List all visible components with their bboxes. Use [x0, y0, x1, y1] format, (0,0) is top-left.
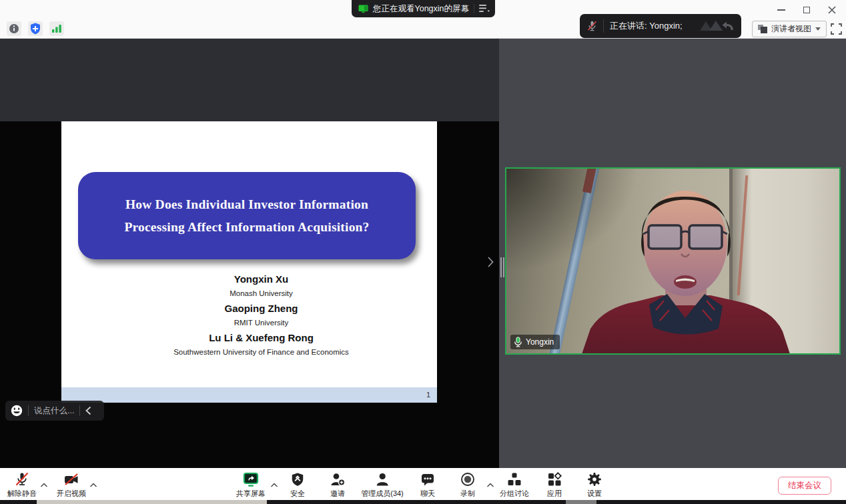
- maximize-icon: [803, 7, 810, 13]
- participant-video[interactable]: Yongxin: [505, 167, 841, 355]
- mic-muted-icon: [586, 20, 598, 32]
- chat-icon: [420, 471, 436, 487]
- scrollbar-segment[interactable]: [566, 500, 596, 504]
- participants-icon: [374, 471, 390, 487]
- view-mode-label: 演讲者视图: [771, 23, 811, 35]
- video-panel: Yongxin: [505, 39, 846, 468]
- unmute-label: 解除静音: [7, 489, 37, 499]
- info-icon: [9, 23, 19, 34]
- author-name: Lu Li & Xuefeng Rong: [85, 332, 437, 343]
- minimize-button[interactable]: [774, 4, 789, 16]
- close-icon: [828, 6, 836, 14]
- bottom-scrollbar-track[interactable]: [0, 500, 846, 504]
- shared-screen-area: How Does Individual Investor Information…: [0, 39, 499, 468]
- watching-screen-pill[interactable]: 您正在观看Yongxin的屏幕: [352, 0, 495, 17]
- network-quality-button[interactable]: [49, 21, 64, 36]
- signal-icon: [52, 24, 62, 33]
- record-label: 录制: [460, 489, 475, 499]
- record-options-chevron[interactable]: [487, 478, 494, 490]
- author-affiliation: RMIT University: [85, 318, 437, 327]
- fullscreen-icon: [831, 23, 842, 35]
- author-name: Gaoping Zheng: [85, 303, 437, 314]
- participant-person: [506, 169, 841, 355]
- invite-button[interactable]: 邀请: [330, 471, 346, 499]
- settings-button[interactable]: 设置: [586, 471, 602, 499]
- meeting-toolbar: 解除静音 开启视频 共享屏幕 安全 邀请 管理成员(34) 聊天: [0, 468, 846, 500]
- slide-page-number: 1: [426, 391, 430, 399]
- record-button[interactable]: 录制: [460, 471, 476, 499]
- video-options-chevron[interactable]: [90, 478, 97, 490]
- meeting-info-button[interactable]: [7, 21, 21, 36]
- slide-title-box: How Does Individual Investor Information…: [78, 172, 416, 259]
- start-video-label: 开启视频: [57, 489, 86, 499]
- chat-button[interactable]: 聊天: [420, 471, 436, 499]
- titlebar: 您正在观看Yongxin的屏幕 正在讲话: Yongxin; 演讲者视图: [0, 0, 846, 39]
- slide-authors: Yongxin Xu Monash University Gaoping Zhe…: [61, 273, 437, 361]
- author-affiliation: Southwestern University of Finance and E…: [85, 347, 437, 357]
- unmute-button[interactable]: 解除静音: [7, 471, 37, 499]
- author-name: Yongxin Xu: [85, 273, 437, 285]
- breakout-icon: [506, 471, 522, 487]
- chat-divider: [28, 405, 29, 416]
- pill-divider: [474, 4, 474, 13]
- scrollbar-thumb[interactable]: [37, 500, 267, 504]
- quick-chat-bar[interactable]: 说点什么...: [5, 401, 104, 421]
- smiley-icon[interactable]: [11, 405, 23, 417]
- share-options-chevron[interactable]: [271, 478, 278, 490]
- close-button[interactable]: [825, 4, 839, 16]
- maximize-button[interactable]: [799, 4, 814, 16]
- camera-off-icon: [63, 471, 80, 487]
- security-icon: [290, 471, 305, 487]
- panel-splitter[interactable]: [499, 39, 505, 468]
- security-button[interactable]: 安全: [290, 471, 305, 499]
- invite-icon: [330, 471, 346, 487]
- participant-name-label: Yongxin: [526, 337, 554, 347]
- menu-icon[interactable]: [479, 5, 490, 13]
- chat-label: 聊天: [420, 489, 435, 499]
- panel-collapse-chevron[interactable]: [486, 256, 494, 268]
- apps-button[interactable]: 应用: [546, 471, 562, 499]
- active-speaker-text: 正在讲话: Yongxin;: [610, 20, 697, 32]
- participant-mic-icon: [514, 337, 522, 347]
- start-video-button[interactable]: 开启视频: [57, 471, 86, 499]
- minimize-icon: [777, 9, 785, 11]
- apps-icon: [546, 471, 562, 487]
- watching-monitor-icon: [358, 5, 368, 13]
- chat-divider: [79, 405, 80, 416]
- security-label: 安全: [290, 489, 305, 499]
- presentation-slide: How Does Individual Investor Information…: [61, 121, 437, 403]
- watching-screen-label: 您正在观看Yongxin的屏幕: [373, 3, 469, 15]
- tooltip-divider: [603, 19, 604, 33]
- share-screen-button[interactable]: 共享屏幕: [236, 471, 266, 499]
- breakout-rooms-button[interactable]: 分组讨论: [500, 471, 529, 499]
- share-screen-icon: [242, 471, 260, 488]
- zoom-meeting-window: 您正在观看Yongxin的屏幕 正在讲话: Yongxin; 演讲者视图: [0, 0, 846, 504]
- slide-title-line1: How Does Individual Investor Information: [125, 197, 368, 212]
- participant-name-badge: Yongxin: [510, 335, 560, 349]
- view-mode-button[interactable]: 演讲者视图: [752, 21, 827, 37]
- share-screen-label: 共享屏幕: [236, 489, 266, 499]
- shield-plus-icon: [30, 23, 41, 35]
- chat-input-placeholder[interactable]: 说点什么...: [34, 405, 74, 417]
- meeting-info-icons: [7, 21, 64, 36]
- invite-label: 邀请: [330, 489, 345, 499]
- unmute-options-chevron[interactable]: [41, 478, 48, 490]
- chevron-left-icon[interactable]: [85, 406, 91, 415]
- chevron-down-icon: [815, 27, 821, 31]
- shared-screen-backdrop: [0, 39, 499, 121]
- security-shield-button[interactable]: [28, 21, 43, 36]
- slide-footer: 1: [61, 387, 437, 403]
- fullscreen-button[interactable]: [829, 22, 843, 35]
- annotation-ghost-icons: [697, 19, 736, 33]
- participants-label: 管理成员(34): [361, 489, 404, 499]
- slide-title-line2: Processing Affect Information Acquisitio…: [124, 220, 369, 235]
- meeting-content: How Does Individual Investor Information…: [0, 39, 846, 468]
- breakout-rooms-label: 分组讨论: [500, 489, 529, 499]
- end-meeting-button[interactable]: 结束会议: [778, 477, 831, 495]
- mic-muted-icon: [14, 471, 30, 487]
- author-affiliation: Monash University: [85, 289, 437, 298]
- speaker-view-icon: [758, 25, 767, 33]
- end-meeting-label: 结束会议: [788, 480, 821, 491]
- participants-button[interactable]: 管理成员(34): [361, 471, 404, 499]
- apps-label: 应用: [547, 489, 562, 499]
